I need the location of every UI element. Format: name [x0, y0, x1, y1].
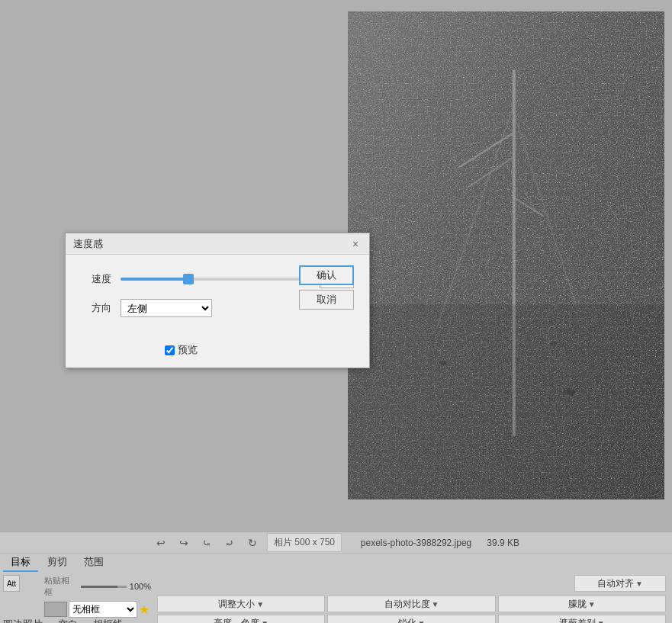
svg-line-2 [458, 133, 513, 168]
opacity-value: 100% [130, 582, 151, 591]
bottom-controls: Att 粘贴相框 100% 无相框 ★ [0, 572, 672, 616]
direction-label: 方向 [81, 301, 111, 315]
middle-controls: 自动对齐 ▼ 调整大小 ▼ 自动对比度 ▼ 朦胧 ▼ [154, 575, 669, 623]
svg-rect-10 [348, 304, 664, 499]
resize-button[interactable]: 调整大小 ▼ [157, 596, 325, 612]
frame-opacity-row: 粘贴相框 100% [44, 575, 151, 598]
tab-target[interactable]: 目标 [3, 554, 38, 572]
svg-point-7 [439, 361, 447, 365]
dialog-footer: 预览 [66, 340, 369, 368]
paste-frame-label: 粘贴相框 [44, 575, 78, 598]
auto-align-arrow: ▼ [635, 580, 643, 588]
frame-name-select[interactable]: 无相框 [69, 601, 137, 618]
svg-rect-0 [348, 11, 664, 499]
left-tools: Att [3, 575, 41, 592]
svg-line-5 [436, 109, 513, 329]
left-tool-icon[interactable]: Att [3, 575, 20, 592]
brightness-button[interactable]: 亮度，色度 ▼ [157, 615, 325, 623]
refresh-icon[interactable]: ↻ [244, 535, 261, 551]
auto-align-label: 自动对齐 [597, 577, 634, 590]
tab-range[interactable]: 范围 [76, 554, 111, 572]
toolbar-row: ↩ ↪ ⤿ ⤾ ↻ 相片 500 x 750 pexels-photo-3988… [0, 532, 672, 554]
speed-label: 速度 [81, 272, 111, 286]
sharpen-button[interactable]: 锐化 ▼ [327, 615, 495, 623]
opacity-slider[interactable] [81, 586, 127, 588]
svg-rect-1 [513, 70, 516, 436]
vignette-button[interactable]: 遮蔽差别 ▼ [498, 615, 666, 623]
frame-line-label[interactable]: 相框线 [93, 618, 123, 623]
att-label: Att [7, 580, 16, 588]
canvas-image [348, 11, 664, 499]
svg-line-6 [513, 109, 576, 304]
tab-cut[interactable]: 剪切 [40, 554, 75, 572]
svg-point-9 [551, 342, 557, 345]
rotate-left-icon[interactable]: ⤿ [198, 535, 215, 551]
cancel-button[interactable]: 取消 [299, 290, 354, 310]
auto-align-row: 自动对齐 ▼ [157, 575, 666, 592]
speed-slider-fill [121, 278, 188, 281]
filename-label: pexels-photo-3988292.jpeg [361, 538, 471, 548]
speed-slider-thumb[interactable] [183, 274, 194, 284]
redo-icon[interactable]: ↪ [175, 535, 192, 551]
star-icon[interactable]: ★ [139, 602, 150, 617]
direction-select-container: 左侧 右侧 上方 下方 [121, 299, 212, 317]
image-info: 相片 500 x 750 [267, 533, 342, 552]
dialog-title: 速度感 [73, 237, 103, 251]
speed-slider-track[interactable] [121, 278, 313, 281]
preview-checkbox[interactable] [165, 345, 175, 355]
preview-label: 预览 [178, 343, 198, 357]
filesize-label: 39.9 KB [487, 538, 519, 548]
speed-blur-dialog: 速度感 × 速度 方向 左侧 右侧 上方 下方 [65, 233, 370, 368]
round-photo-label[interactable]: 圆边照片 [3, 618, 43, 623]
preview-checkbox-label[interactable]: 预览 [165, 343, 198, 357]
controls-row2: 亮度，色度 ▼ 锐化 ▼ 遮蔽差别 ▼ [157, 615, 666, 623]
auto-contrast-button[interactable]: 自动对比度 ▼ [327, 596, 495, 612]
dialog-buttons: 确认 取消 [299, 265, 354, 310]
svg-point-8 [564, 389, 576, 395]
auto-align-button[interactable]: 自动对齐 ▼ [574, 575, 666, 592]
frame-select-row: 无相框 ★ [44, 601, 151, 618]
blur-button[interactable]: 朦胧 ▼ [498, 596, 666, 612]
undo-icon[interactable]: ↩ [153, 535, 169, 551]
image-content [348, 11, 664, 499]
svg-line-4 [513, 197, 545, 217]
tabs-row: 目标 剪切 范围 [0, 554, 672, 572]
rotate-right-icon[interactable]: ⤾ [221, 535, 238, 551]
frame-color-preview [44, 602, 67, 617]
bottom-area: ↩ ↪ ⤿ ⤾ ↻ 相片 500 x 750 pexels-photo-3988… [0, 531, 672, 623]
confirm-button[interactable]: 确认 [299, 265, 354, 285]
direction-select[interactable]: 左侧 右侧 上方 下方 [121, 299, 212, 317]
blank-label[interactable]: 空白 [58, 618, 78, 623]
dialog-titlebar: 速度感 × [66, 233, 369, 255]
svg-line-3 [468, 158, 513, 187]
controls-row1: 调整大小 ▼ 自动对比度 ▼ 朦胧 ▼ [157, 596, 666, 612]
dialog-body: 速度 方向 左侧 右侧 上方 下方 确认 [66, 255, 369, 340]
dialog-close-button[interactable]: × [349, 238, 362, 250]
frame-area: 粘贴相框 100% 无相框 ★ [44, 575, 151, 618]
